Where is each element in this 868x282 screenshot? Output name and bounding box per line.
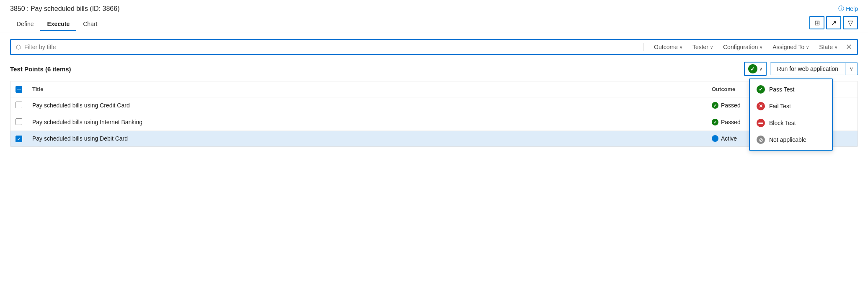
table-row: Pay scheduled bills using Debit Card Act… — [10, 131, 858, 146]
row-2-title: Pay scheduled bills using Internet Banki… — [27, 114, 707, 131]
outcome-label: Outcome — [654, 44, 678, 50]
assigned-to-label: Assigned To — [772, 44, 804, 50]
not-applicable-icon — [757, 136, 765, 144]
filter-icon: ▽ — [848, 19, 853, 27]
fail-test-icon — [757, 102, 765, 110]
filter-funnel-icon: ⬡ — [16, 44, 21, 50]
active-icon — [712, 135, 718, 142]
filter-bar: ⬡ Outcome ∨ Tester ∨ Configuration ∨ Ass… — [10, 39, 858, 55]
block-test-item[interactable]: Block Test — [750, 115, 832, 131]
filter-input[interactable] — [24, 44, 637, 50]
configuration-caret-icon: ∨ — [760, 45, 762, 50]
filter-button[interactable]: ▽ — [843, 16, 858, 29]
block-test-label: Block Test — [769, 120, 796, 126]
check-dropdown-caret-icon: ∨ — [759, 66, 762, 72]
not-applicable-item[interactable]: Not applicable — [750, 131, 832, 148]
help-label: Help — [846, 5, 858, 12]
row-1-checkbox[interactable] — [16, 102, 22, 108]
check-dropdown-button[interactable]: ∨ — [744, 62, 767, 76]
run-caret-icon: ∨ — [850, 66, 853, 72]
expand-button[interactable]: ↗ — [826, 16, 841, 29]
pass-check-icon — [748, 64, 757, 73]
tab-chart[interactable]: Chart — [76, 17, 104, 31]
run-for-web-application-button[interactable]: Run for web application — [770, 63, 845, 75]
assigned-to-caret-icon: ∨ — [806, 45, 809, 50]
tester-label: Tester — [692, 44, 708, 50]
tab-define[interactable]: Define — [10, 17, 40, 31]
table-row: Pay scheduled bills using Credit Card Pa… — [10, 97, 858, 114]
filter-divider — [643, 43, 644, 51]
pass-test-icon — [757, 85, 765, 94]
state-label: State — [819, 44, 833, 50]
configuration-label: Configuration — [723, 44, 758, 50]
select-all-checkbox[interactable] — [16, 86, 22, 93]
outcome-dropdown-menu: Pass Test Fail Test Block Test Not appli… — [749, 78, 833, 151]
page-title: 3850 : Pay scheduled bills (ID: 3866) — [10, 5, 119, 13]
expand-icon: ↗ — [831, 19, 837, 27]
state-caret-icon: ∨ — [834, 45, 837, 50]
assigned-to-dropdown[interactable]: Assigned To ∨ — [769, 44, 812, 50]
configuration-dropdown[interactable]: Configuration ∨ — [720, 44, 766, 50]
not-applicable-label: Not applicable — [769, 136, 806, 143]
outcome-caret-icon: ∨ — [679, 45, 682, 50]
passed-icon — [712, 119, 718, 125]
row-3-title: Pay scheduled bills using Debit Card — [27, 131, 707, 146]
run-button-group: Run for web application ∨ — [770, 63, 858, 75]
filter-clear-button[interactable]: ✕ — [846, 42, 852, 52]
tab-execute[interactable]: Execute — [40, 17, 76, 31]
outcome-dropdown[interactable]: Outcome ∨ — [651, 44, 686, 50]
tester-dropdown[interactable]: Tester ∨ — [689, 44, 716, 50]
fail-test-item[interactable]: Fail Test — [750, 98, 832, 115]
pass-test-item[interactable]: Pass Test — [750, 81, 832, 98]
passed-icon — [712, 102, 718, 109]
help-circle-icon: ⓘ — [838, 5, 844, 13]
fail-test-label: Fail Test — [769, 103, 791, 110]
test-points-table: Title Outcome Order Tester Pay scheduled… — [10, 81, 858, 147]
row-2-checkbox[interactable] — [16, 118, 22, 125]
columns-icon: ⊞ — [814, 19, 820, 27]
pass-test-label: Pass Test — [769, 86, 794, 93]
table-row: Pay scheduled bills using Internet Banki… — [10, 114, 858, 131]
columns-toggle-button[interactable]: ⊞ — [809, 16, 824, 29]
row-3-checkbox[interactable] — [16, 136, 22, 142]
tester-caret-icon: ∨ — [710, 45, 713, 50]
test-points-title: Test Points (6 items) — [10, 65, 71, 73]
run-dropdown-caret-button[interactable]: ∨ — [845, 63, 858, 74]
block-test-icon — [757, 119, 765, 127]
title-column-header: Title — [27, 81, 707, 97]
row-1-title: Pay scheduled bills using Credit Card — [27, 97, 707, 114]
state-dropdown[interactable]: State ∨ — [816, 44, 841, 50]
help-link[interactable]: ⓘ Help — [838, 5, 858, 13]
